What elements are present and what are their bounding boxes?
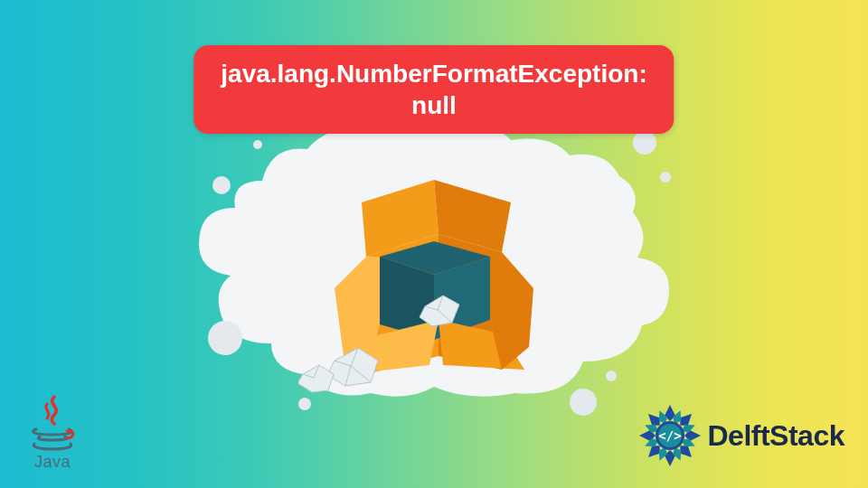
title-badge: java.lang.NumberFormatException: null xyxy=(193,45,674,134)
illustration-area xyxy=(181,90,687,407)
decor-dot xyxy=(212,176,231,194)
decor-dot xyxy=(570,389,597,416)
java-icon xyxy=(27,395,78,451)
delftstack-logo-label: DelftStack xyxy=(708,419,845,453)
delftstack-icon: </> xyxy=(637,403,703,468)
open-box-illustration xyxy=(298,130,570,405)
java-logo-label: Java xyxy=(34,453,71,472)
decor-dot xyxy=(633,131,656,155)
delftstack-logo: </> DelftStack xyxy=(637,403,845,468)
svg-text:</>: </> xyxy=(658,428,681,443)
decor-dot xyxy=(660,172,671,183)
decor-dot xyxy=(208,321,242,355)
decor-dot xyxy=(606,371,617,381)
svg-marker-13 xyxy=(298,365,334,392)
decor-dot xyxy=(253,140,262,149)
java-logo: Java xyxy=(27,395,78,472)
